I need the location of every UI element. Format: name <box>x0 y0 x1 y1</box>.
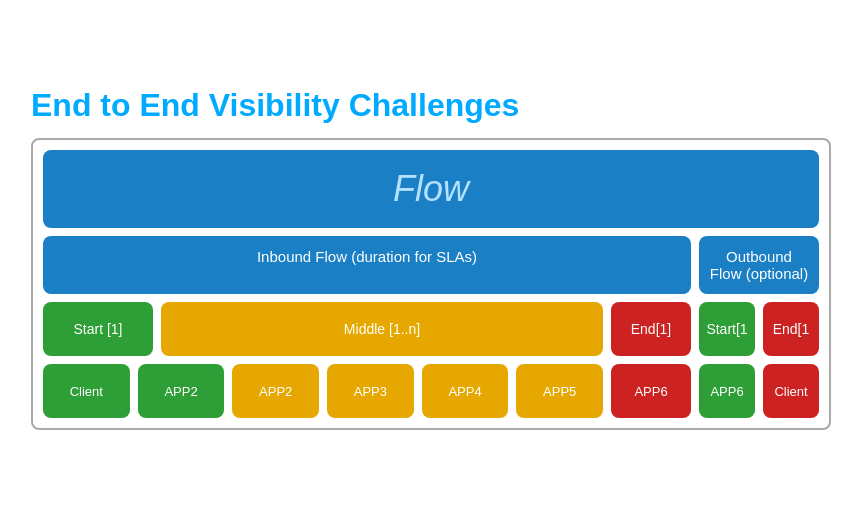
inbound-header: Inbound Flow (duration for SLAs) <box>43 236 691 294</box>
main-container: End to End Visibility Challenges Flow In… <box>21 77 841 440</box>
flow-row: Flow <box>43 150 819 228</box>
app-app4: APP4 <box>422 364 509 418</box>
page-title: End to End Visibility Challenges <box>31 87 831 124</box>
app-app5: APP5 <box>516 364 603 418</box>
outbound-header: Outbound Flow (optional) <box>699 236 819 294</box>
segments-row: Start [1] Middle [1..n] End[1] Start[1 E… <box>43 302 819 356</box>
app-app2-yellow: APP2 <box>232 364 319 418</box>
end-inbound-segment: End[1] <box>611 302 691 356</box>
app-client1: Client <box>43 364 130 418</box>
inbound-apps: Client APP2 APP2 APP3 APP4 APP5 APP6 <box>43 364 691 418</box>
app-app3: APP3 <box>327 364 414 418</box>
start-segment: Start [1] <box>43 302 153 356</box>
inbound-segments: Start [1] Middle [1..n] End[1] <box>43 302 691 356</box>
outbound-apps: APP6 Client <box>699 364 819 418</box>
outbound-segments: Start[1 End[1 <box>699 302 819 356</box>
start-outbound-segment: Start[1 <box>699 302 755 356</box>
headers-row: Inbound Flow (duration for SLAs) Outboun… <box>43 236 819 294</box>
end-outbound-segment: End[1 <box>763 302 819 356</box>
middle-segment: Middle [1..n] <box>161 302 603 356</box>
app-client2: Client <box>763 364 819 418</box>
flow-label: Flow <box>393 168 469 209</box>
app-app2-green: APP2 <box>138 364 225 418</box>
app-app6-red: APP6 <box>611 364 691 418</box>
app-app6-green: APP6 <box>699 364 755 418</box>
apps-row: Client APP2 APP2 APP3 APP4 APP5 APP6 APP… <box>43 364 819 418</box>
diagram: Flow Inbound Flow (duration for SLAs) Ou… <box>31 138 831 430</box>
